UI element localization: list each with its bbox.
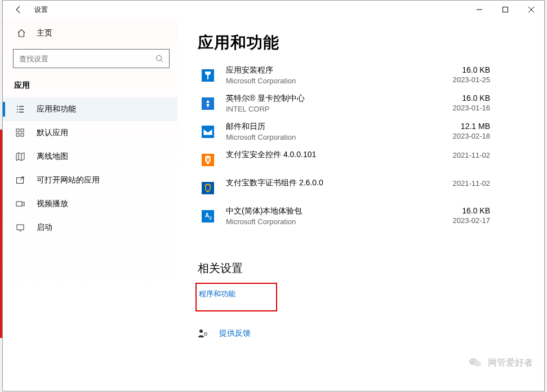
app-item[interactable]: 支 支付宝安全控件 4.0.0.101 2021-11-02 (198, 146, 524, 174)
page-heading: 应用和功能 (198, 32, 524, 54)
app-name: 英特尔® 显卡控制中心 (226, 93, 439, 104)
sidebar-item-offline-maps[interactable]: 离线地图 (3, 145, 177, 168)
minimize-button[interactable] (466, 1, 492, 19)
feedback-label: 提供反馈 (219, 328, 251, 338)
app-publisher: INTEL CORP (226, 105, 439, 113)
feedback-icon (198, 328, 208, 338)
app-date: 2021-11-02 (439, 179, 490, 188)
maximize-button[interactable] (492, 1, 518, 19)
sidebar-item-label: 视频播放 (37, 199, 68, 209)
svg-point-21 (204, 333, 207, 336)
open-external-icon (15, 175, 25, 185)
app-name: 邮件和日历 (226, 122, 439, 132)
list-icon (15, 104, 25, 114)
app-icon (198, 65, 218, 86)
svg-point-27 (478, 363, 479, 364)
app-icon: 支 (198, 150, 218, 170)
search-icon (155, 55, 163, 63)
grid-icon (15, 128, 25, 138)
home-icon (16, 28, 26, 38)
sidebar-item-startup[interactable]: 启动 (3, 216, 177, 239)
watermark: 网管爱好者 (469, 356, 533, 369)
svg-point-20 (199, 329, 203, 333)
app-item[interactable]: 支付宝数字证书组件 2.6.0.0 2021-11-02 (198, 174, 524, 202)
main-content: 应用和功能 应用安装程序 Microsoft Corporation 16.0 … (177, 19, 544, 391)
app-item[interactable]: 邮件和日历 Microsoft Corporation 12.1 MB 2023… (198, 118, 524, 146)
svg-rect-12 (202, 97, 214, 110)
app-date: 2023-02-17 (439, 216, 490, 225)
svg-point-26 (476, 363, 477, 364)
svg-rect-1 (503, 7, 508, 12)
search-input[interactable] (19, 55, 155, 63)
app-icon (198, 93, 218, 114)
app-publisher: Microsoft Corporation (226, 133, 439, 141)
sidebar: 主页 应用 应用和功能 默认应用 (3, 19, 177, 391)
svg-rect-10 (17, 225, 24, 230)
svg-point-2 (157, 56, 162, 61)
sidebar-home[interactable]: 主页 (3, 23, 177, 43)
back-button[interactable] (7, 1, 30, 19)
map-icon (15, 152, 25, 162)
window-title: 设置 (34, 5, 48, 15)
search-box[interactable] (13, 49, 170, 68)
app-date: 2023-01-16 (439, 104, 490, 112)
sidebar-item-label: 默认应用 (37, 128, 68, 138)
svg-point-24 (472, 360, 473, 362)
video-icon (15, 199, 25, 209)
svg-text:支: 支 (205, 157, 211, 163)
app-list: 应用安装程序 Microsoft Corporation 16.0 KB 202… (198, 61, 524, 230)
svg-point-25 (474, 360, 475, 362)
related-settings-header: 相关设置 (198, 261, 524, 276)
app-size: 16.0 KB (439, 206, 490, 215)
app-name: 支付宝安全控件 4.0.0.101 (226, 150, 439, 160)
sidebar-item-label: 应用和功能 (37, 104, 76, 114)
sidebar-item-label: 启动 (37, 222, 52, 233)
svg-point-23 (474, 361, 481, 367)
close-button[interactable] (518, 1, 544, 19)
sidebar-item-video-playback[interactable]: 视频播放 (3, 192, 177, 216)
app-item[interactable]: 英特尔® 显卡控制中心 INTEL CORP 16.0 KB 2023-01-1… (198, 90, 524, 118)
app-item[interactable]: A字 中文(简体)本地体验包 Microsoft Corporation 16.… (198, 202, 524, 230)
settings-window: 设置 主页 (2, 0, 545, 391)
programs-features-link[interactable]: 程序和功能 (199, 289, 235, 299)
app-name: 应用安装程序 (226, 65, 439, 75)
sidebar-section-header: 应用 (3, 77, 177, 97)
app-name: 中文(简体)本地体验包 (226, 206, 439, 216)
sidebar-item-label: 可打开网站的应用 (37, 175, 100, 185)
highlight-box: 程序和功能 (195, 283, 277, 311)
svg-rect-4 (16, 129, 19, 132)
watermark-text: 网管爱好者 (488, 357, 533, 369)
sidebar-item-default-apps[interactable]: 默认应用 (3, 121, 177, 145)
app-icon (198, 122, 218, 142)
app-publisher: Microsoft Corporation (226, 217, 439, 226)
app-publisher: Microsoft Corporation (226, 77, 439, 85)
app-icon: A字 (198, 206, 218, 226)
app-date: 2023-01-25 (439, 75, 490, 84)
app-date: 2023-02-18 (439, 132, 490, 140)
sidebar-item-apps-features[interactable]: 应用和功能 (3, 97, 177, 121)
app-item[interactable]: 应用安装程序 Microsoft Corporation 16.0 KB 202… (198, 61, 524, 90)
svg-rect-5 (21, 129, 24, 132)
app-size: 16.0 KB (439, 65, 490, 74)
wechat-icon (469, 356, 482, 369)
app-size: 16.0 KB (439, 93, 490, 103)
window-controls (466, 1, 544, 19)
svg-line-3 (161, 60, 163, 63)
sidebar-item-apps-for-websites[interactable]: 可打开网站的应用 (3, 168, 177, 192)
sidebar-item-label: 离线地图 (37, 152, 68, 162)
app-name: 支付宝数字证书组件 2.6.0.0 (226, 178, 439, 188)
app-icon (198, 178, 218, 198)
svg-text:字: 字 (208, 216, 212, 220)
svg-rect-6 (16, 133, 19, 136)
feedback-link[interactable]: 提供反馈 (198, 328, 524, 338)
app-date: 2021-11-02 (439, 151, 490, 159)
startup-icon (15, 222, 25, 233)
svg-rect-9 (16, 202, 22, 206)
titlebar: 设置 (3, 1, 544, 19)
sidebar-home-label: 主页 (37, 28, 52, 38)
app-size: 12.1 MB (439, 122, 490, 131)
svg-rect-7 (21, 133, 24, 136)
